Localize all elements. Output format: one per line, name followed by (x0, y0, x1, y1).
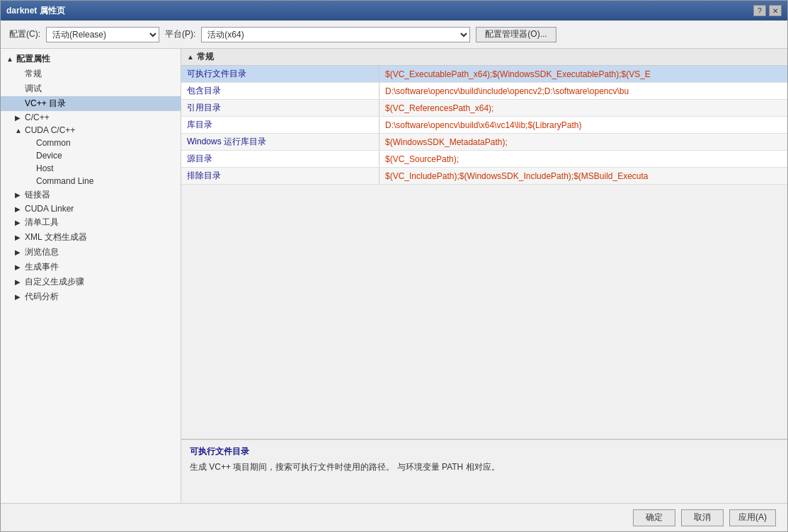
sidebar-item-label: CUDA C/C++ (25, 125, 75, 135)
prop-value: $(VC_IncludePath);$(WindowsSDK_IncludePa… (379, 168, 787, 184)
sidebar-item-label: 生成事件 (25, 261, 59, 273)
sidebar-item-cmdline[interactable]: Command Line (1, 175, 181, 187)
table-row[interactable]: 可执行文件目录 $(VC_ExecutablePath_x64);$(Windo… (181, 66, 787, 83)
table-row[interactable]: Windows 运行库目录 $(WindowsSDK_MetadataPath)… (181, 134, 787, 151)
sidebar-item-label: 代码分析 (25, 291, 59, 303)
sidebar-item-label: Common (36, 138, 71, 148)
sidebar-item-label: Host (36, 163, 54, 173)
main-content: ▲ 配置属性 常规 调试 VC++ 目录 ▶ C/C++ ▲ CUDA C/C (1, 49, 787, 503)
table-row[interactable]: 排除目录 $(VC_IncludePath);$(WindowsSDK_Incl… (181, 168, 787, 185)
expand-icon: ▶ (15, 293, 23, 301)
sidebar-item-host[interactable]: Host (1, 162, 181, 175)
sidebar-item-build-events[interactable]: ▶ 生成事件 (1, 260, 181, 274)
sidebar-item-label: C/C++ (25, 112, 50, 122)
apply-button[interactable]: 应用(A) (729, 509, 776, 526)
prop-value: $(WindowsSDK_MetadataPath); (379, 134, 787, 150)
sidebar-item-cuda-linker[interactable]: ▶ CUDA Linker (1, 202, 181, 215)
section-header: ▲ 常规 (181, 49, 787, 66)
table-row[interactable]: 引用目录 $(VC_ReferencesPath_x64); (181, 100, 787, 117)
toolbar: 配置(C): 活动(Release) 平台(P): 活动(x64) 配置管理器(… (1, 21, 787, 49)
prop-value: $(VC_SourcePath); (379, 151, 787, 167)
sidebar-item-browse-info[interactable]: ▶ 浏览信息 (1, 245, 181, 260)
expand-icon: ▶ (15, 191, 23, 199)
sidebar-item-debug[interactable]: 调试 (1, 81, 181, 96)
sidebar-item-manifest-tool[interactable]: ▶ 清单工具 (1, 215, 181, 230)
expand-icon: ▶ (15, 205, 23, 213)
sidebar-item-xml-gen[interactable]: ▶ XML 文档生成器 (1, 230, 181, 245)
sidebar-item-label: Command Line (36, 176, 93, 186)
sidebar-item-label: 配置属性 (16, 53, 50, 65)
prop-name: 可执行文件目录 (181, 66, 379, 82)
sidebar: ▲ 配置属性 常规 调试 VC++ 目录 ▶ C/C++ ▲ CUDA C/C (1, 49, 181, 503)
sidebar-item-label: CUDA Linker (25, 204, 74, 214)
sidebar-item-label: 链接器 (25, 189, 50, 201)
prop-value: $(VC_ExecutablePath_x64);$(WindowsSDK_Ex… (379, 66, 787, 82)
sidebar-item-label: VC++ 目录 (25, 98, 66, 110)
expand-icon: ▶ (15, 248, 23, 256)
expand-icon: ▶ (15, 219, 23, 226)
sidebar-item-cpp[interactable]: ▶ C/C++ (1, 111, 181, 124)
cancel-button[interactable]: 取消 (681, 509, 724, 526)
sidebar-item-device[interactable]: Device (1, 149, 181, 162)
description-title: 可执行文件目录 (190, 446, 779, 458)
sidebar-item-code-analysis[interactable]: ▶ 代码分析 (1, 289, 181, 304)
help-button[interactable]: ? (753, 5, 766, 16)
description-text: 生成 VC++ 项目期间，搜索可执行文件时使用的路径。 与环境变量 PATH 相… (190, 461, 779, 473)
window-title: darknet 属性页 (6, 5, 65, 17)
table-row[interactable]: 包含目录 D:\software\opencv\build\include\op… (181, 83, 787, 100)
close-button[interactable]: ✕ (769, 5, 782, 16)
sidebar-item-label: 调试 (25, 83, 42, 95)
expand-icon: ▶ (15, 263, 23, 271)
expand-icon: ▶ (15, 114, 23, 122)
sidebar-item-vc-dirs[interactable]: VC++ 目录 (1, 96, 181, 111)
sidebar-item-label: 浏览信息 (25, 246, 59, 258)
table-row[interactable]: 库目录 D:\software\opencv\build\x64\vc14\li… (181, 117, 787, 134)
prop-value: $(VC_ReferencesPath_x64); (379, 100, 787, 116)
sidebar-item-label: 清单工具 (25, 216, 59, 229)
description-panel: 可执行文件目录 生成 VC++ 项目期间，搜索可执行文件时使用的路径。 与环境变… (181, 439, 787, 503)
title-bar: darknet 属性页 ? ✕ (1, 1, 787, 21)
section-label: 常规 (197, 51, 214, 63)
sidebar-item-config-props[interactable]: ▲ 配置属性 (1, 52, 181, 66)
section-expand-icon: ▲ (187, 53, 194, 61)
expand-icon: ▲ (6, 55, 15, 63)
footer: 确定 取消 应用(A) (1, 503, 787, 531)
prop-name: 库目录 (181, 117, 379, 133)
main-window: darknet 属性页 ? ✕ 配置(C): 活动(Release) 平台(P)… (0, 0, 788, 532)
prop-name: Windows 运行库目录 (181, 134, 379, 150)
ok-button[interactable]: 确定 (633, 509, 675, 526)
prop-name: 包含目录 (181, 83, 379, 99)
expand-icon: ▲ (15, 127, 23, 134)
title-bar-buttons: ? ✕ (753, 5, 782, 16)
property-grid: ▲ 常规 可执行文件目录 $(VC_ExecutablePath_x64);$(… (181, 49, 787, 439)
sidebar-item-general[interactable]: 常规 (1, 66, 181, 81)
config-label: 配置(C): (9, 28, 40, 40)
prop-name: 源目录 (181, 151, 379, 167)
expand-icon: ▶ (15, 278, 23, 286)
prop-value: D:\software\opencv\build\include\opencv2… (379, 83, 787, 99)
config-select[interactable]: 活动(Release) (46, 27, 159, 42)
platform-select[interactable]: 活动(x64) (201, 27, 470, 42)
sidebar-item-common[interactable]: Common (1, 137, 181, 149)
sidebar-item-label: Device (36, 151, 62, 161)
sidebar-item-linker[interactable]: ▶ 链接器 (1, 187, 181, 202)
sidebar-item-label: XML 文档生成器 (25, 231, 87, 243)
sidebar-item-label: 常规 (25, 68, 42, 80)
right-panel: ▲ 常规 可执行文件目录 $(VC_ExecutablePath_x64);$(… (181, 49, 787, 503)
prop-value: D:\software\opencv\build\x64\vc14\lib;$(… (379, 117, 787, 133)
table-row[interactable]: 源目录 $(VC_SourcePath); (181, 151, 787, 168)
expand-icon: ▶ (15, 233, 23, 241)
prop-name: 引用目录 (181, 100, 379, 116)
sidebar-item-custom-build[interactable]: ▶ 自定义生成步骤 (1, 274, 181, 289)
sidebar-item-cuda-cpp[interactable]: ▲ CUDA C/C++ (1, 124, 181, 137)
platform-label: 平台(P): (165, 28, 195, 40)
prop-name: 排除目录 (181, 168, 379, 184)
sidebar-item-label: 自定义生成步骤 (25, 276, 84, 288)
config-manager-button[interactable]: 配置管理器(O)... (476, 27, 556, 42)
